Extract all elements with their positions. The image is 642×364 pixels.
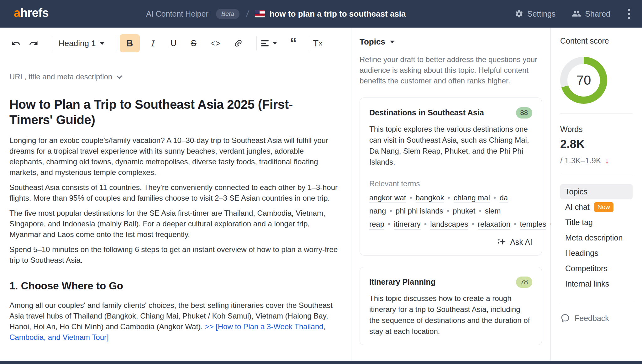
- shared-label: Shared: [585, 9, 610, 18]
- divider: [560, 175, 633, 175]
- heading-style-dropdown[interactable]: Heading 1: [59, 39, 105, 48]
- app-name: AI Content Helper: [146, 9, 208, 18]
- people-icon: [572, 9, 581, 18]
- term-separator: [479, 207, 481, 215]
- term[interactable]: itinerary: [394, 220, 420, 228]
- editor-column: Heading 1 B I U S <> “ Tx: [0, 28, 351, 361]
- topics-dropdown[interactable]: Topics: [360, 37, 550, 47]
- beta-badge: Beta: [216, 9, 239, 19]
- bottom-bar: [0, 361, 642, 364]
- more-menu-button[interactable]: [628, 8, 630, 20]
- alignment-dropdown[interactable]: [261, 39, 277, 48]
- words-target-range: / 1.3K–1.9K: [560, 156, 601, 165]
- term[interactable]: angkor wat: [369, 193, 406, 202]
- sidebar-item-ai-chat[interactable]: AI chatNew: [560, 199, 633, 215]
- speech-bubble-icon: [560, 313, 570, 323]
- sidebar-item-internal-links[interactable]: Internal links: [560, 276, 633, 292]
- term[interactable]: phuket: [453, 207, 475, 215]
- feedback-button[interactable]: Feedback: [560, 313, 642, 323]
- clear-formatting-button[interactable]: Tx: [313, 38, 322, 49]
- term-separator: [388, 220, 390, 228]
- undo-button[interactable]: [11, 39, 21, 48]
- ask-ai-button[interactable]: Ask AI: [496, 237, 532, 247]
- toolbar-divider: [52, 36, 52, 50]
- editor-toolbar: Heading 1 B I U S <> “ Tx: [0, 32, 351, 55]
- divider: [560, 113, 633, 113]
- sidebar-item-label: Competitors: [565, 264, 608, 273]
- sidebar-item-title-tag[interactable]: Title tag: [560, 215, 633, 230]
- term-separator: [424, 220, 427, 228]
- clear-format-x: x: [319, 40, 322, 47]
- divider: [560, 301, 633, 301]
- url-title-meta-label: URL, title and meta description: [9, 72, 112, 81]
- term[interactable]: bangkok: [416, 193, 444, 202]
- topic-card-title: Destinations in Southeast Asia: [369, 107, 484, 117]
- paragraph: The five most popular destinations for t…: [9, 208, 340, 240]
- card-header: Itinerary Planning 78: [369, 277, 532, 288]
- blockquote-button[interactable]: “: [290, 38, 297, 49]
- down-arrow-icon: ↓: [605, 156, 609, 166]
- feedback-label: Feedback: [575, 314, 609, 323]
- toolbar-divider: [309, 36, 309, 50]
- gear-icon: [515, 9, 524, 18]
- logo-rest: hrefs: [20, 6, 49, 19]
- words-count: 2.8K: [560, 138, 642, 151]
- shared-button[interactable]: Shared: [572, 9, 610, 18]
- words-target-row: / 1.3K–1.9K ↓: [560, 156, 642, 166]
- sidebar-item-competitors[interactable]: Competitors: [560, 261, 633, 276]
- breadcrumb-separator: /: [246, 9, 250, 19]
- underline-button[interactable]: U: [167, 39, 180, 48]
- term[interactable]: landscapes: [430, 220, 468, 228]
- document-title[interactable]: how to plan a trip to southeast asia: [270, 9, 406, 19]
- navbar-right: Settings Shared: [515, 0, 630, 28]
- paragraph: Longing for an exotic couple's/family va…: [9, 135, 340, 178]
- topic-card-title: Itinerary Planning: [369, 277, 435, 287]
- ahrefs-logo[interactable]: ahrefs: [14, 6, 49, 20]
- clear-format-t: T: [313, 38, 319, 49]
- document-editor[interactable]: URL, title and meta description How to P…: [0, 72, 351, 343]
- term[interactable]: relaxation: [478, 220, 510, 228]
- topic-score-badge: 88: [516, 107, 532, 119]
- term-separator: [389, 207, 392, 215]
- chevron-down-icon: [100, 42, 105, 45]
- topics-header-label: Topics: [360, 37, 385, 47]
- link-icon: [231, 37, 245, 50]
- redo-button[interactable]: [29, 39, 38, 48]
- code-button[interactable]: <>: [208, 39, 224, 48]
- redo-icon: [29, 39, 38, 48]
- sidebar-item-meta-description[interactable]: Meta description: [560, 230, 633, 245]
- term[interactable]: chiang mai: [454, 193, 490, 202]
- words-label: Words: [560, 125, 642, 134]
- topic-score-badge: 78: [516, 277, 532, 288]
- paragraph: Southeast Asia consists of 11 countries.…: [9, 182, 340, 203]
- card-header: Destinations in Southeast Asia 88: [369, 107, 532, 119]
- term-separator: [493, 193, 496, 202]
- topics-panel: Topics Refine your draft to better addre…: [351, 28, 550, 361]
- chevron-down-icon: [116, 73, 122, 79]
- relevant-terms-label: Relevant terms: [369, 179, 532, 188]
- topics-description: Refine your draft to better address the …: [360, 54, 541, 86]
- bold-button[interactable]: B: [120, 34, 140, 52]
- sidebar-item-label: Topics: [565, 187, 587, 196]
- top-navbar: ahrefs AI Content Helper Beta / how to p…: [0, 0, 642, 28]
- sparkle-icon: [496, 237, 506, 247]
- term[interactable]: temples: [520, 220, 546, 228]
- settings-label: Settings: [527, 9, 555, 18]
- italic-button[interactable]: I: [147, 38, 159, 49]
- url-title-meta-toggle[interactable]: URL, title and meta description: [9, 72, 340, 81]
- new-badge: New: [594, 202, 613, 212]
- sidebar-item-label: Meta description: [565, 233, 623, 242]
- topic-card-description: This topic explores the various destinat…: [369, 124, 532, 167]
- insert-link-button[interactable]: [231, 39, 245, 48]
- sidebar-item-headings[interactable]: Headings: [560, 245, 633, 261]
- strikethrough-button[interactable]: S: [187, 39, 200, 48]
- topic-card-itinerary: Itinerary Planning 78 This topic discuss…: [360, 267, 542, 345]
- paragraph: Among all our couples' and family client…: [9, 300, 340, 343]
- toolbar-divider: [116, 36, 116, 50]
- settings-button[interactable]: Settings: [515, 9, 555, 18]
- us-flag-icon: [255, 10, 265, 17]
- section-heading: 1. Choose Where to Go: [9, 280, 340, 292]
- term[interactable]: phi phi islands: [396, 207, 443, 215]
- sidebar-item-topics[interactable]: Topics: [560, 184, 633, 199]
- logo-letter-a: a: [14, 6, 20, 19]
